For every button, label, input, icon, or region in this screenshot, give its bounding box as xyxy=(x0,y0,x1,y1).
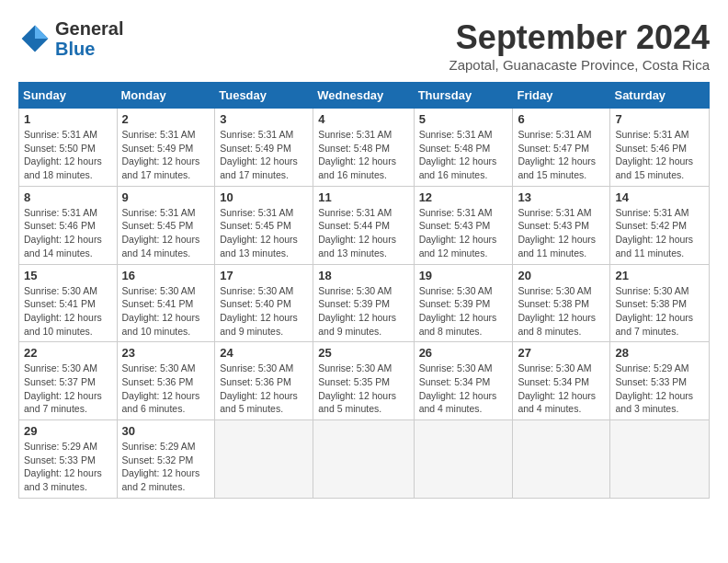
calendar-day-cell: 3 Sunrise: 5:31 AM Sunset: 5:49 PM Dayli… xyxy=(215,109,313,187)
month-title: September 2024 xyxy=(449,18,710,57)
calendar-day-cell: 30 Sunrise: 5:29 AM Sunset: 5:32 PM Dayl… xyxy=(117,420,215,499)
day-info: Sunrise: 5:31 AM Sunset: 5:42 PM Dayligh… xyxy=(615,206,704,260)
day-number: 2 xyxy=(122,112,210,126)
calendar-day-cell: 20 Sunrise: 5:30 AM Sunset: 5:38 PM Dayl… xyxy=(513,264,610,342)
calendar-day-cell: 11 Sunrise: 5:31 AM Sunset: 5:44 PM Dayl… xyxy=(313,186,414,264)
day-info: Sunrise: 5:30 AM Sunset: 5:39 PM Dayligh… xyxy=(318,284,408,339)
day-number: 3 xyxy=(220,112,308,126)
calendar-day-cell: 1 Sunrise: 5:31 AM Sunset: 5:50 PM Dayli… xyxy=(19,109,118,187)
calendar-day-cell: 9 Sunrise: 5:31 AM Sunset: 5:45 PM Dayli… xyxy=(117,186,215,264)
calendar-week-row: 29 Sunrise: 5:29 AM Sunset: 5:33 PM Dayl… xyxy=(19,420,710,499)
calendar-day-cell: 29 Sunrise: 5:29 AM Sunset: 5:33 PM Dayl… xyxy=(19,420,118,499)
calendar-day-cell: 4 Sunrise: 5:31 AM Sunset: 5:48 PM Dayli… xyxy=(313,109,414,187)
calendar-day-cell xyxy=(513,420,610,499)
calendar-day-cell: 13 Sunrise: 5:31 AM Sunset: 5:43 PM Dayl… xyxy=(513,186,610,264)
day-number: 11 xyxy=(318,190,408,204)
day-info: Sunrise: 5:30 AM Sunset: 5:34 PM Dayligh… xyxy=(419,362,508,416)
calendar-day-cell xyxy=(215,420,313,499)
day-number: 1 xyxy=(24,112,112,126)
day-number: 12 xyxy=(419,190,508,204)
day-info: Sunrise: 5:30 AM Sunset: 5:37 PM Dayligh… xyxy=(24,362,112,416)
calendar-day-cell: 17 Sunrise: 5:30 AM Sunset: 5:40 PM Dayl… xyxy=(215,264,313,342)
calendar-table: SundayMondayTuesdayWednesdayThursdayFrid… xyxy=(18,82,710,499)
day-info: Sunrise: 5:31 AM Sunset: 5:48 PM Dayligh… xyxy=(419,128,508,182)
day-info: Sunrise: 5:30 AM Sunset: 5:41 PM Dayligh… xyxy=(24,284,112,339)
day-number: 29 xyxy=(24,424,112,438)
day-info: Sunrise: 5:29 AM Sunset: 5:33 PM Dayligh… xyxy=(24,440,112,494)
calendar-day-cell: 22 Sunrise: 5:30 AM Sunset: 5:37 PM Dayl… xyxy=(19,342,118,420)
day-number: 7 xyxy=(615,112,704,126)
calendar-day-cell: 26 Sunrise: 5:30 AM Sunset: 5:34 PM Dayl… xyxy=(414,342,513,420)
calendar-day-cell: 27 Sunrise: 5:30 AM Sunset: 5:34 PM Dayl… xyxy=(513,342,610,420)
day-number: 27 xyxy=(518,346,605,360)
day-info: Sunrise: 5:31 AM Sunset: 5:44 PM Dayligh… xyxy=(318,206,408,260)
day-number: 18 xyxy=(318,269,408,282)
weekday-header: Tuesday xyxy=(215,83,313,109)
calendar-day-cell: 2 Sunrise: 5:31 AM Sunset: 5:49 PM Dayli… xyxy=(117,109,215,187)
calendar-day-cell: 14 Sunrise: 5:31 AM Sunset: 5:42 PM Dayl… xyxy=(610,186,710,264)
day-info: Sunrise: 5:31 AM Sunset: 5:43 PM Dayligh… xyxy=(518,206,605,260)
page-header: General Blue September 2024 Zapotal, Gua… xyxy=(18,18,710,73)
calendar-week-row: 8 Sunrise: 5:31 AM Sunset: 5:46 PM Dayli… xyxy=(19,186,710,264)
calendar-day-cell: 6 Sunrise: 5:31 AM Sunset: 5:47 PM Dayli… xyxy=(513,109,610,187)
day-number: 16 xyxy=(122,269,210,282)
weekday-header: Sunday xyxy=(19,83,118,109)
day-info: Sunrise: 5:30 AM Sunset: 5:35 PM Dayligh… xyxy=(318,362,408,416)
calendar-day-cell: 10 Sunrise: 5:31 AM Sunset: 5:45 PM Dayl… xyxy=(215,186,313,264)
svg-marker-1 xyxy=(35,26,48,39)
logo: General Blue xyxy=(18,18,123,59)
day-number: 26 xyxy=(419,346,508,360)
calendar-day-cell xyxy=(313,420,414,499)
day-info: Sunrise: 5:31 AM Sunset: 5:50 PM Dayligh… xyxy=(24,128,112,182)
day-number: 22 xyxy=(24,346,112,360)
day-number: 19 xyxy=(419,269,508,282)
day-info: Sunrise: 5:31 AM Sunset: 5:46 PM Dayligh… xyxy=(24,206,112,260)
day-number: 17 xyxy=(220,269,308,282)
day-info: Sunrise: 5:31 AM Sunset: 5:48 PM Dayligh… xyxy=(318,128,408,182)
weekday-header: Friday xyxy=(513,83,610,109)
day-info: Sunrise: 5:29 AM Sunset: 5:33 PM Dayligh… xyxy=(615,362,704,416)
calendar-day-cell: 7 Sunrise: 5:31 AM Sunset: 5:46 PM Dayli… xyxy=(610,109,710,187)
calendar-day-cell xyxy=(414,420,513,499)
day-info: Sunrise: 5:30 AM Sunset: 5:41 PM Dayligh… xyxy=(122,284,210,339)
day-number: 23 xyxy=(122,346,210,360)
weekday-header: Saturday xyxy=(610,83,710,109)
day-number: 14 xyxy=(615,190,704,204)
day-number: 15 xyxy=(24,269,112,282)
day-info: Sunrise: 5:30 AM Sunset: 5:34 PM Dayligh… xyxy=(518,362,605,416)
logo-icon xyxy=(18,22,51,55)
day-info: Sunrise: 5:30 AM Sunset: 5:36 PM Dayligh… xyxy=(122,362,210,416)
day-info: Sunrise: 5:31 AM Sunset: 5:46 PM Dayligh… xyxy=(615,128,704,182)
day-info: Sunrise: 5:30 AM Sunset: 5:38 PM Dayligh… xyxy=(518,284,605,339)
day-number: 20 xyxy=(518,269,605,282)
day-number: 30 xyxy=(122,424,210,438)
day-info: Sunrise: 5:31 AM Sunset: 5:47 PM Dayligh… xyxy=(518,128,605,182)
calendar-day-cell: 8 Sunrise: 5:31 AM Sunset: 5:46 PM Dayli… xyxy=(19,186,118,264)
day-number: 10 xyxy=(220,190,308,204)
weekday-header: Thursday xyxy=(414,83,513,109)
calendar-day-cell: 16 Sunrise: 5:30 AM Sunset: 5:41 PM Dayl… xyxy=(117,264,215,342)
calendar-header-row: SundayMondayTuesdayWednesdayThursdayFrid… xyxy=(19,83,710,109)
calendar-week-row: 1 Sunrise: 5:31 AM Sunset: 5:50 PM Dayli… xyxy=(19,109,710,187)
day-info: Sunrise: 5:31 AM Sunset: 5:49 PM Dayligh… xyxy=(122,128,210,182)
calendar-day-cell xyxy=(610,420,710,499)
day-info: Sunrise: 5:29 AM Sunset: 5:32 PM Dayligh… xyxy=(122,440,210,494)
day-info: Sunrise: 5:31 AM Sunset: 5:49 PM Dayligh… xyxy=(220,128,308,182)
day-number: 28 xyxy=(615,346,704,360)
day-number: 24 xyxy=(220,346,308,360)
day-info: Sunrise: 5:30 AM Sunset: 5:36 PM Dayligh… xyxy=(220,362,308,416)
calendar-week-row: 15 Sunrise: 5:30 AM Sunset: 5:41 PM Dayl… xyxy=(19,264,710,342)
day-number: 9 xyxy=(122,190,210,204)
calendar-day-cell: 15 Sunrise: 5:30 AM Sunset: 5:41 PM Dayl… xyxy=(19,264,118,342)
calendar-week-row: 22 Sunrise: 5:30 AM Sunset: 5:37 PM Dayl… xyxy=(19,342,710,420)
day-number: 5 xyxy=(419,112,508,126)
location-subtitle: Zapotal, Guanacaste Province, Costa Rica xyxy=(449,57,710,73)
day-info: Sunrise: 5:31 AM Sunset: 5:43 PM Dayligh… xyxy=(419,206,508,260)
day-info: Sunrise: 5:31 AM Sunset: 5:45 PM Dayligh… xyxy=(220,206,308,260)
logo-text: General Blue xyxy=(55,18,123,59)
day-info: Sunrise: 5:30 AM Sunset: 5:38 PM Dayligh… xyxy=(615,284,704,339)
calendar-day-cell: 28 Sunrise: 5:29 AM Sunset: 5:33 PM Dayl… xyxy=(610,342,710,420)
calendar-day-cell: 25 Sunrise: 5:30 AM Sunset: 5:35 PM Dayl… xyxy=(313,342,414,420)
day-info: Sunrise: 5:31 AM Sunset: 5:45 PM Dayligh… xyxy=(122,206,210,260)
calendar-day-cell: 19 Sunrise: 5:30 AM Sunset: 5:39 PM Dayl… xyxy=(414,264,513,342)
